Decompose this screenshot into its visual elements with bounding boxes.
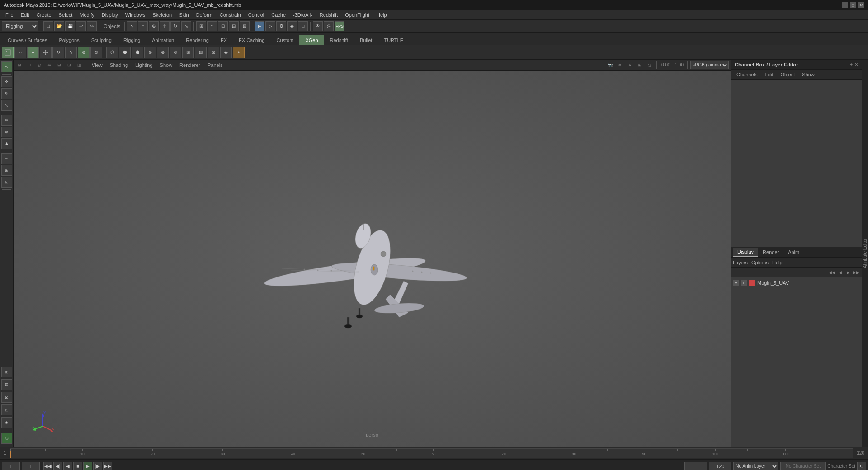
menu-windows[interactable]: Windows	[122, 11, 149, 19]
channels-tab[interactable]: Channels	[733, 71, 761, 78]
render-tab[interactable]: Render	[758, 248, 783, 256]
menu-redshift[interactable]: Redshift	[316, 11, 341, 19]
fps-btn[interactable]: FPS	[335, 21, 344, 31]
rotate-tool-btn[interactable]: ↻	[170, 21, 180, 31]
snap-view-btn[interactable]: ⊟	[229, 21, 239, 31]
vp-isolate-btn[interactable]: ◎	[646, 61, 654, 69]
tab-polygons[interactable]: Polygons	[53, 35, 85, 45]
paint-tool-left[interactable]: ✏	[1, 115, 12, 126]
menu-help[interactable]: Help	[373, 11, 391, 19]
play-back-btn[interactable]: ◀	[63, 462, 72, 470]
select-icon[interactable]	[2, 47, 14, 58]
tab-fx[interactable]: FX	[215, 35, 233, 45]
snap-view-left[interactable]: ⊡	[1, 404, 12, 415]
xgen-tool3[interactable]: ⬟	[132, 47, 143, 58]
menu-3dtoall[interactable]: -3DtoAll-	[289, 11, 316, 19]
view-menu[interactable]: View	[89, 61, 105, 69]
layer-next-btn[interactable]: ▶	[844, 269, 852, 276]
vp-btn3[interactable]: ◎	[35, 61, 43, 69]
xgen-avatar[interactable]: ⚇	[1, 433, 12, 444]
render-settings-btn[interactable]: ⚙	[276, 21, 286, 31]
menu-skin[interactable]: Skin	[175, 11, 192, 19]
xgen-tool9[interactable]: ⊠	[208, 47, 219, 58]
paint-icon[interactable]: ●	[27, 47, 39, 58]
current-frame-input[interactable]	[22, 462, 40, 470]
xgen-tool5[interactable]: ⊜	[157, 47, 169, 58]
tab-custom[interactable]: Custom	[271, 35, 300, 45]
hypershade-btn[interactable]: ◈	[287, 21, 297, 31]
vp-btn5[interactable]: ⊟	[55, 61, 63, 69]
menu-display[interactable]: Display	[98, 11, 122, 19]
isolate-btn[interactable]: ◎	[324, 21, 334, 31]
step-fwd-btn[interactable]: |▶	[93, 462, 102, 470]
move-icon[interactable]	[40, 47, 52, 58]
universal-icon[interactable]: ⊕	[78, 47, 90, 58]
vp-camera-btn[interactable]: 📷	[606, 61, 614, 69]
layers-subtab[interactable]: Layers	[733, 260, 748, 265]
maximize-button[interactable]: □	[850, 2, 856, 8]
menu-create[interactable]: Create	[33, 11, 55, 19]
viewport[interactable]: ⊞ □ ◎ ⊕ ⊟ ⊡ ◫ View Shading Lighting Show…	[14, 60, 731, 446]
scale-tool-left[interactable]: ⤡	[1, 100, 12, 111]
rotate-icon[interactable]: ↻	[52, 47, 64, 58]
tab-curves-surfaces[interactable]: Curves / Surfaces	[2, 35, 53, 45]
snap-pt-left[interactable]: ⊠	[1, 392, 12, 403]
move-tool-left[interactable]: ✛	[1, 76, 12, 87]
play-end-input[interactable]	[709, 462, 731, 470]
panels-menu[interactable]: Panels	[205, 61, 226, 69]
panel-close-btn[interactable]: ✕	[854, 62, 858, 67]
menu-openflight[interactable]: OpenFlight	[341, 11, 373, 19]
xgen-tool4[interactable]: ⊛	[144, 47, 156, 58]
snap-point-btn[interactable]: ⊡	[218, 21, 228, 31]
show-hide-btn[interactable]: 👁	[313, 21, 323, 31]
close-button[interactable]: ✕	[858, 2, 864, 8]
show-menu[interactable]: Show	[157, 61, 175, 69]
panel-expand-btn[interactable]: +	[850, 62, 853, 67]
menu-control[interactable]: Control	[245, 11, 268, 19]
snap-grid-left[interactable]: ⊞	[1, 367, 12, 377]
open-scene-btn[interactable]: 📂	[54, 21, 64, 31]
forward-btn[interactable]: ▶▶	[103, 462, 112, 470]
vp-grid-btn[interactable]: #	[616, 61, 624, 69]
select-tool-btn[interactable]: ↖	[127, 21, 137, 31]
stop-btn[interactable]: ■	[73, 462, 82, 470]
rotate-tool-left[interactable]: ↻	[1, 88, 12, 99]
curve-tool-left[interactable]: ~	[1, 153, 12, 164]
menu-select[interactable]: Select	[55, 11, 76, 19]
xgen-tool11[interactable]: ✦	[233, 47, 245, 58]
vp-btn7[interactable]: ◫	[75, 61, 83, 69]
paint-select-btn[interactable]: ⊕	[149, 21, 159, 31]
tab-xgen[interactable]: XGen	[299, 35, 324, 45]
vp-snap-btn[interactable]: ⊞	[636, 61, 644, 69]
tab-fx-caching[interactable]: FX Caching	[233, 35, 270, 45]
layer-rewind-btn[interactable]: ◀◀	[828, 269, 835, 276]
scale-tool-btn[interactable]: ⤡	[181, 21, 191, 31]
anim-layer-dropdown[interactable]: No Anim Layer	[733, 462, 778, 470]
snap-curve-btn[interactable]: ~	[207, 21, 217, 31]
menu-file[interactable]: File	[2, 11, 17, 19]
xgen-tool2[interactable]: ⬢	[119, 47, 131, 58]
redo-btn[interactable]: ↪	[87, 21, 97, 31]
menu-deform[interactable]: Deform	[193, 11, 216, 19]
gamma-dropdown[interactable]: sRGB gamma	[690, 61, 729, 69]
layer-forward-btn[interactable]: ▶▶	[853, 269, 860, 276]
play-start-input[interactable]	[684, 462, 707, 470]
snap-srf-left[interactable]: ◈	[1, 417, 12, 428]
vp-btn2[interactable]: □	[25, 61, 33, 69]
renderer-menu[interactable]: Renderer	[177, 61, 203, 69]
vp-btn4[interactable]: ⊕	[45, 61, 53, 69]
tab-redshift[interactable]: Redshift	[324, 35, 354, 45]
tab-rigging[interactable]: Rigging	[118, 35, 146, 45]
xgen-tool10[interactable]: ◈	[220, 47, 232, 58]
render-btn[interactable]: ▶	[255, 21, 264, 31]
display-tab[interactable]: Display	[733, 248, 758, 257]
rewind-btn[interactable]: ◀◀	[43, 462, 52, 470]
snap-curve-left[interactable]: ⊟	[1, 379, 12, 390]
play-fwd-btn[interactable]: ▶	[83, 462, 92, 470]
ipr-render-btn[interactable]: ▷	[265, 21, 275, 31]
tab-bullet[interactable]: Bullet	[354, 35, 378, 45]
help-subtab[interactable]: Help	[772, 260, 783, 265]
xgen-tool8[interactable]: ⊟	[195, 47, 207, 58]
undo-btn[interactable]: ↩	[76, 21, 86, 31]
menu-cache[interactable]: Cache	[268, 11, 289, 19]
